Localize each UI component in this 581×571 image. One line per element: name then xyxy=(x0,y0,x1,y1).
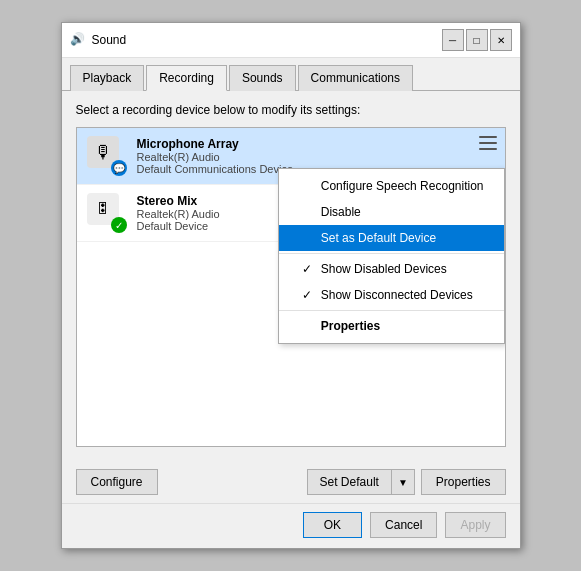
device-list[interactable]: 🎙 💬 Microphone Array Realtek(R) Audio De… xyxy=(76,127,506,447)
device-icon-stereo: 🎛 ✓ xyxy=(87,193,127,233)
menu-label-show-disabled: Show Disabled Devices xyxy=(321,262,447,276)
menu-item-show-disabled[interactable]: ✓ Show Disabled Devices xyxy=(279,256,504,282)
close-button[interactable]: ✕ xyxy=(490,29,512,51)
window-icon: 🔊 xyxy=(70,32,86,48)
menu-separator-2 xyxy=(279,310,504,311)
minimize-button[interactable]: ─ xyxy=(442,29,464,51)
set-default-button[interactable]: Set Default xyxy=(307,469,391,495)
menu-label-set-default: Set as Default Device xyxy=(321,231,436,245)
set-default-arrow[interactable]: ▼ xyxy=(391,469,415,495)
set-default-group: Set Default ▼ xyxy=(307,469,415,495)
description-text: Select a recording device below to modif… xyxy=(76,103,506,117)
tab-bar: Playback Recording Sounds Communications xyxy=(62,58,520,91)
default-badge: ✓ xyxy=(111,217,127,233)
sound-dialog: 🔊 Sound ─ □ ✕ Playback Recording Sounds … xyxy=(61,22,521,549)
tab-recording[interactable]: Recording xyxy=(146,65,227,91)
dialog-footer: OK Cancel Apply xyxy=(62,503,520,548)
device-item-microphone[interactable]: 🎙 💬 Microphone Array Realtek(R) Audio De… xyxy=(77,128,505,185)
menu-label-disable: Disable xyxy=(321,205,361,219)
title-controls: ─ □ ✕ xyxy=(442,29,512,51)
footer-buttons: Configure Set Default ▼ Properties xyxy=(62,459,520,503)
tab-content: Select a recording device below to modif… xyxy=(62,91,520,459)
context-menu: Configure Speech Recognition Disable Set… xyxy=(278,168,505,344)
menu-separator-1 xyxy=(279,253,504,254)
cancel-button[interactable]: Cancel xyxy=(370,512,437,538)
menu-item-configure[interactable]: Configure Speech Recognition xyxy=(279,173,504,199)
device-sub-microphone: Realtek(R) Audio xyxy=(137,151,495,163)
menu-item-show-disconnected[interactable]: ✓ Show Disconnected Devices xyxy=(279,282,504,308)
check-show-disconnected: ✓ xyxy=(299,288,315,302)
configure-button[interactable]: Configure xyxy=(76,469,158,495)
list-menu-icon[interactable] xyxy=(479,136,497,150)
title-bar: 🔊 Sound ─ □ ✕ xyxy=(62,23,520,58)
device-name-microphone: Microphone Array xyxy=(137,137,495,151)
right-buttons: Set Default ▼ Properties xyxy=(307,469,506,495)
check-show-disabled: ✓ xyxy=(299,262,315,276)
properties-button[interactable]: Properties xyxy=(421,469,506,495)
apply-button[interactable]: Apply xyxy=(445,512,505,538)
menu-label-show-disconnected: Show Disconnected Devices xyxy=(321,288,473,302)
comm-badge: 💬 xyxy=(111,160,127,176)
tab-communications[interactable]: Communications xyxy=(298,65,413,91)
tab-sounds[interactable]: Sounds xyxy=(229,65,296,91)
stereo-symbol: 🎛 xyxy=(96,201,110,216)
menu-item-disable[interactable]: Disable xyxy=(279,199,504,225)
ok-button[interactable]: OK xyxy=(303,512,362,538)
maximize-button[interactable]: □ xyxy=(466,29,488,51)
tab-playback[interactable]: Playback xyxy=(70,65,145,91)
menu-label-configure: Configure Speech Recognition xyxy=(321,179,484,193)
menu-label-properties: Properties xyxy=(321,319,380,333)
menu-item-set-default[interactable]: Set as Default Device xyxy=(279,225,504,251)
window-title: Sound xyxy=(92,33,442,47)
menu-item-properties[interactable]: Properties xyxy=(279,313,504,339)
mic-symbol: 🎙 xyxy=(94,142,112,163)
device-icon-microphone: 🎙 💬 xyxy=(87,136,127,176)
